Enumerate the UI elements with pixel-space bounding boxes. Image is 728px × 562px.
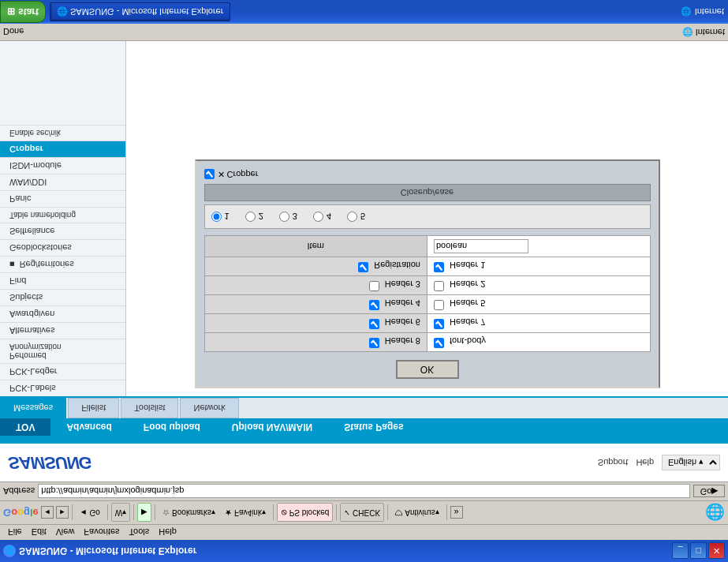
sidebar-item-reg-territories[interactable]: ■ Reg/territories bbox=[0, 256, 125, 272]
header4-checkbox[interactable] bbox=[369, 300, 379, 310]
sidebar-item-performed[interactable]: PerformedAnonymization bbox=[0, 339, 125, 363]
favlink-btn[interactable]: ★ Fav4ink▾ bbox=[221, 504, 270, 523]
radio-item-4[interactable]: 4 bbox=[313, 212, 331, 222]
samsung-header: SAMSUNG Support Help English ▾ bbox=[0, 442, 728, 481]
boolean-input[interactable] bbox=[434, 239, 528, 253]
more-tools-btn[interactable]: » bbox=[450, 507, 463, 519]
address-label: Address bbox=[3, 487, 35, 496]
radio-3[interactable] bbox=[279, 212, 289, 222]
sidebar-item-geoblockstories[interactable]: Geoblockstories bbox=[0, 239, 125, 256]
language-select[interactable]: English ▾ bbox=[662, 455, 720, 470]
tab-status-pages[interactable]: Status Pages bbox=[328, 418, 419, 436]
subtab-filelist[interactable]: Filelist bbox=[68, 398, 119, 418]
tab-food-upload[interactable]: Food upload bbox=[128, 418, 216, 436]
radio-4[interactable] bbox=[313, 212, 323, 222]
ps-blocked-btn[interactable]: ⊘ PS blocked bbox=[277, 504, 333, 523]
ok-button[interactable]: OK bbox=[396, 360, 459, 379]
registration-checkbox[interactable] bbox=[358, 262, 368, 272]
menu-file[interactable]: File bbox=[3, 528, 27, 538]
address-go-btn[interactable]: Go▶ bbox=[693, 485, 725, 498]
header2-cell: Header 2 bbox=[427, 276, 651, 295]
bookmarks-btn[interactable]: ☆ Bookmarks▾ bbox=[159, 504, 219, 523]
radio-group: 1 2 3 4 5 bbox=[204, 204, 651, 229]
header1-checkbox[interactable] bbox=[434, 262, 444, 272]
ie-statusbar: Done 🌐 Internet bbox=[0, 24, 728, 41]
header6-checkbox[interactable] bbox=[369, 319, 379, 329]
header7-checkbox[interactable] bbox=[434, 319, 444, 329]
cropper-checkbox[interactable] bbox=[204, 169, 215, 179]
nav-btn-w[interactable]: W▾ bbox=[111, 504, 130, 523]
subtab-toolslist[interactable]: Toolslist bbox=[121, 398, 178, 418]
item-label-cell: Item bbox=[204, 236, 427, 257]
subtab-messages[interactable]: Messages bbox=[0, 398, 66, 418]
tab-upload-nav[interactable]: Upload NAV/MAIN bbox=[216, 418, 328, 436]
menu-view[interactable]: View bbox=[51, 528, 80, 538]
support-link[interactable]: Support bbox=[598, 458, 629, 467]
new-btn[interactable]: ▶ bbox=[137, 504, 151, 523]
google-logo: Google bbox=[3, 507, 39, 519]
taskbar-app-ie[interactable]: 🌐 SAMSUNG - Microsoft Internet Explorer bbox=[50, 2, 230, 21]
statusbar-text: Done bbox=[3, 28, 24, 37]
sidebar-item-isdn-module[interactable]: ISDN-module bbox=[0, 157, 125, 174]
header3-cell: Header 3 bbox=[204, 276, 427, 295]
start-button[interactable]: ⊞ start bbox=[0, 1, 46, 23]
header5-checkbox[interactable] bbox=[434, 300, 444, 310]
menu-tools[interactable]: Tools bbox=[125, 528, 155, 538]
sidebar-item-enable-sec[interactable]: Enable sec/nik bbox=[0, 125, 125, 140]
sidebar-item-table-nameholding[interactable]: Table nameholding bbox=[0, 207, 125, 223]
google-back-arrow[interactable]: ◄ bbox=[41, 507, 54, 519]
sidebar-item-selfreliance[interactable]: Selfreliance bbox=[0, 223, 125, 239]
registration-cell: Registration bbox=[204, 257, 427, 276]
tab-tov[interactable]: TOV bbox=[0, 418, 50, 436]
antivirus-btn[interactable]: 🛡 Antivirus▾ bbox=[391, 504, 443, 523]
fontbody-checkbox[interactable] bbox=[434, 338, 444, 348]
radio-item-5[interactable]: 5 bbox=[347, 212, 365, 222]
header8-checkbox[interactable] bbox=[369, 338, 379, 348]
ie-window: 🌐 SAMSUNG - Microsoft Internet Explorer … bbox=[0, 24, 728, 562]
radio-item-1[interactable]: 1 bbox=[211, 212, 230, 222]
header3-checkbox[interactable] bbox=[369, 281, 379, 291]
sidebar-item-panic[interactable]: Panic bbox=[0, 190, 125, 207]
samsung-logo: SAMSUNG bbox=[8, 452, 91, 473]
sidebar-item-pck-labels[interactable]: PCK-Labels bbox=[0, 380, 125, 396]
menu-edit[interactable]: Edit bbox=[27, 528, 51, 538]
sidebar-item-alternatives[interactable]: Alternatives bbox=[0, 322, 125, 339]
help-link[interactable]: Help bbox=[636, 458, 654, 467]
google-fwd-arrow[interactable]: ► bbox=[56, 507, 69, 519]
closeup-label: Closeup/ease bbox=[401, 188, 454, 197]
radio-5[interactable] bbox=[347, 212, 357, 222]
sidebar-item-cropper[interactable]: Cropper bbox=[0, 140, 125, 157]
samsung-main: PCK-Labels PCK-Ledger PerformedAnonymiza… bbox=[0, 41, 728, 396]
sidebar-item-subjects[interactable]: Subjects bbox=[0, 289, 125, 305]
windows-flag-icon: ⊞ bbox=[7, 6, 15, 17]
menu-help[interactable]: Help bbox=[154, 528, 181, 538]
back-button[interactable]: ◄ Go bbox=[76, 504, 104, 523]
subtab-network[interactable]: Network bbox=[180, 398, 238, 418]
header2-checkbox[interactable] bbox=[434, 281, 444, 291]
boolean-cell bbox=[427, 236, 651, 257]
table-row: Header 3 Header 2 bbox=[204, 276, 650, 295]
ie-titlebar: 🌐 SAMSUNG - Microsoft Internet Explorer … bbox=[0, 540, 728, 562]
toolbar-right: 🌐 bbox=[705, 504, 725, 523]
sidebar-item-pck-ledger[interactable]: PCK-Ledger bbox=[0, 363, 125, 380]
close-button[interactable]: ✕ bbox=[708, 543, 725, 560]
radio-item-2[interactable]: 2 bbox=[245, 212, 263, 222]
address-input[interactable] bbox=[38, 485, 690, 499]
radio-item-3[interactable]: 3 bbox=[279, 212, 297, 222]
maximize-button[interactable]: □ bbox=[690, 543, 707, 560]
sidebar-item-wan-ddi[interactable]: WAN/DDI bbox=[0, 174, 125, 190]
radio-2[interactable] bbox=[245, 212, 256, 222]
radio-1[interactable] bbox=[211, 212, 222, 222]
menu-favorites[interactable]: Favorites bbox=[79, 528, 124, 538]
sidebar-item-find[interactable]: Find bbox=[0, 272, 125, 289]
header4-cell: Header 4 bbox=[204, 295, 427, 314]
table-row: Header 4 Header 5 bbox=[204, 295, 650, 314]
table-row: Registration Header 1 bbox=[204, 257, 650, 276]
header8-cell: Header 8 bbox=[204, 333, 427, 352]
check-btn[interactable]: ✓ CHECK bbox=[340, 504, 384, 523]
statusbar-zone: 🌐 Internet bbox=[682, 27, 725, 37]
tab-advanced[interactable]: Advanced bbox=[50, 418, 127, 436]
minimize-button[interactable]: _ bbox=[672, 543, 689, 560]
ie-title: SAMSUNG - Microsoft Internet Explorer bbox=[19, 545, 672, 556]
sidebar-item-awardgiven[interactable]: Awardgiven bbox=[0, 305, 125, 322]
